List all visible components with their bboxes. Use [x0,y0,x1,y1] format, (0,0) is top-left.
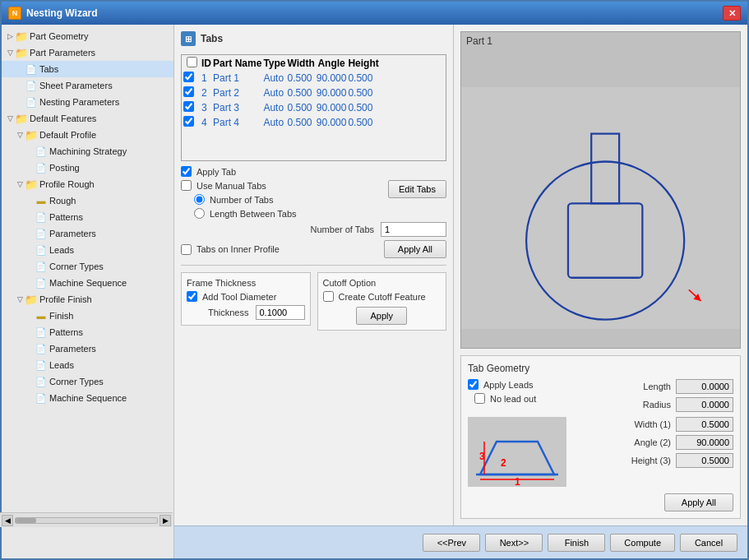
no-lead-out-checkbox[interactable] [474,393,485,404]
window-title: Nesting Wizard [26,7,98,19]
close-button[interactable]: ✕ [723,6,741,21]
thickness-input[interactable] [256,305,305,320]
sidebar-item-part-geometry[interactable]: ▷ 📁 Part Geometry [2,28,173,44]
add-tool-diameter-checkbox[interactable] [187,291,197,302]
panel-title: ⊞ Tabs [181,31,446,46]
row-checkbox-cell[interactable] [183,72,200,85]
row-checkbox-cell[interactable] [183,116,200,129]
row-id: 1 [201,72,211,85]
row-checkbox[interactable] [183,72,194,82]
doc-icon: 📄 [35,391,48,405]
edit-tabs-button[interactable]: Edit Tabs [388,180,446,198]
number-of-tabs-radio[interactable] [194,194,205,205]
row-checkbox-cell[interactable] [183,101,200,114]
sidebar-label: Posting [49,163,80,173]
sidebar-item-parameters-finish[interactable]: 📄 Parameters [2,340,173,357]
row-checkbox[interactable] [183,116,194,127]
doc-icon: 📄 [35,326,48,339]
expand-icon: ▽ [15,130,25,140]
angle-input[interactable] [676,435,733,450]
doc-icon: 📄 [25,79,38,92]
sidebar-item-sheet-parameters[interactable]: 📄 Sheet Parameters [2,77,173,94]
table-row[interactable]: 3 Part 3 Auto 0.500 90.000 0.500 [183,101,379,114]
sidebar-item-nesting-parameters[interactable]: 📄 Nesting Parameters [2,94,173,110]
next-button[interactable]: Next>> [485,534,543,552]
length-between-tabs-radio[interactable] [194,208,205,219]
sidebar-item-default-features[interactable]: ▽ 📁 Default Features [2,110,173,127]
doc-icon: 📄 [35,260,48,273]
col-header-partname: Part Name [213,57,261,70]
width-input[interactable] [676,417,733,432]
expand-icon [25,327,35,337]
sidebar-item-leads-finish[interactable]: 📄 Leads [2,357,173,373]
sidebar-label: Parameters [49,229,96,238]
svg-rect-0 [461,87,740,329]
sidebar-item-default-profile[interactable]: ▽ 📁 Default Profile [2,127,173,143]
sidebar-item-posting[interactable]: 📄 Posting [2,160,173,176]
prev-button[interactable]: <<Prev [423,534,480,552]
row-checkbox[interactable] [183,101,194,112]
tabs-on-inner-checkbox[interactable] [181,244,192,255]
expand-icon [15,64,25,74]
use-manual-tabs-checkbox[interactable] [181,180,192,191]
sidebar-item-patterns-finish[interactable]: 📄 Patterns [2,324,173,340]
rough-icon: ▬ [35,194,48,207]
sidebar-item-rough[interactable]: ▬ Rough [2,192,173,209]
expand-icon [25,163,35,173]
title-bar-left: N Nesting Wizard [8,7,98,20]
doc-icon: 📄 [35,161,48,174]
sidebar-item-leads-rough[interactable]: 📄 Leads [2,242,173,258]
sidebar-label: Default Profile [39,130,96,140]
doc-icon: 📄 [35,359,48,372]
row-checkbox[interactable] [183,86,194,97]
sidebar-item-finish[interactable]: ▬ Finish [2,308,173,324]
thickness-label: Thickness [208,308,249,317]
sidebar-item-profile-finish[interactable]: ▽ 📁 Profile Finish [2,291,173,308]
apply-cutoff-button[interactable]: Apply [356,307,407,325]
col-header-angle: Angle [317,57,347,70]
sidebar-item-tabs[interactable]: 📄 Tabs [2,61,173,77]
height-input[interactable] [676,453,733,468]
tab-geometry-diagram: 3 1 2 [468,417,566,487]
row-height: 0.500 [348,116,378,129]
sidebar-item-corner-types-finish[interactable]: 📄 Corner Types [2,373,173,390]
sidebar-item-parameters-rough[interactable]: 📄 Parameters [2,225,173,242]
sidebar-label: Rough [49,196,76,206]
table-row[interactable]: 4 Part 4 Auto 0.500 90.000 0.500 [183,116,379,129]
sidebar-label: Parameters [49,344,96,354]
row-checkbox-cell[interactable] [183,86,200,100]
sidebar-item-machine-sequence-finish[interactable]: 📄 Machine Sequence [2,390,173,406]
create-cutoff-checkbox[interactable] [323,291,334,302]
finish-button[interactable]: Finish [548,534,605,552]
apply-tab-checkbox[interactable] [181,166,192,177]
row-angle: 90.000 [317,101,347,114]
expand-icon: ▷ [5,31,15,41]
svg-text:3: 3 [479,451,485,462]
cancel-button[interactable]: Cancel [680,534,737,552]
length-input[interactable] [676,379,733,394]
sidebar-item-machine-sequence-rough[interactable]: 📄 Machine Sequence [2,275,173,291]
sidebar-item-part-parameters[interactable]: ▽ 📁 Part Parameters [2,44,173,61]
compute-button[interactable]: Compute [610,534,675,552]
apply-leads-checkbox[interactable] [468,379,479,390]
folder-icon: 📁 [25,178,38,191]
finish-icon: ▬ [35,309,48,322]
radius-input[interactable] [676,397,733,412]
sidebar-item-machining-strategy[interactable]: 📄 Machining Strategy [2,143,173,160]
sidebar-label: Default Features [30,113,96,123]
svg-text:2: 2 [501,457,506,469]
row-angle: 90.000 [317,86,347,100]
sidebar-item-profile-rough[interactable]: ▽ 📁 Profile Rough [2,176,173,192]
doc-icon: 📄 [35,375,48,388]
select-all-checkbox[interactable] [187,57,197,67]
sidebar-item-corner-types-rough[interactable]: 📄 Corner Types [2,258,173,275]
num-tabs-input[interactable] [381,222,446,237]
apply-all-button[interactable]: Apply All [384,240,446,258]
apply-all-right-button[interactable]: Apply All [664,493,733,511]
sidebar-item-patterns-rough[interactable]: 📄 Patterns [2,209,173,225]
doc-icon: 📄 [35,243,48,257]
no-lead-out-label: No lead out [490,394,536,404]
apply-leads-row: Apply Leads [468,379,536,390]
table-row[interactable]: 2 Part 2 Auto 0.500 90.000 0.500 [183,86,379,100]
table-row[interactable]: 1 Part 1 Auto 0.500 90.000 0.500 [183,72,379,85]
